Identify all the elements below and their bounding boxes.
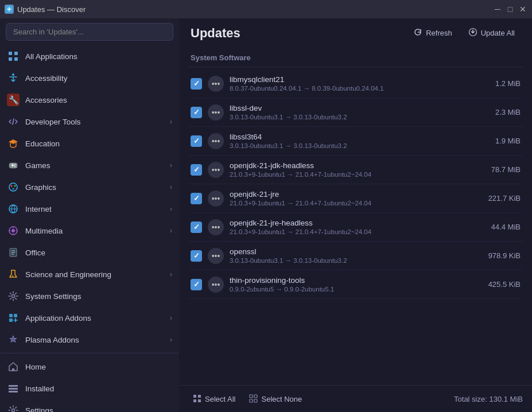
system-settings-icon	[7, 290, 20, 302]
update-all-label: Update All	[481, 29, 515, 37]
checkbox-libssl3t64[interactable]	[191, 135, 202, 147]
svg-point-12	[13, 188, 14, 190]
sidebar-item-application-addons[interactable]: Application Addons ›	[0, 307, 179, 329]
search-input[interactable]	[6, 23, 173, 41]
close-button[interactable]: ✕	[518, 5, 527, 14]
content-scroll[interactable]: System Software ••• libmysqlclient21 8.0…	[179, 48, 532, 385]
menu-btn-openjdk-jre-headless[interactable]: •••	[208, 219, 224, 235]
refresh-icon	[413, 28, 422, 38]
update-info-libssl3t64: libssl3t64 3.0.13-0ubuntu3.1 → 3.0.13-0u…	[230, 133, 469, 149]
titlebar-left: Updates — Discover	[5, 5, 86, 14]
update-version-libssl3t64: 3.0.13-0ubuntu3.1 → 3.0.13-0ubuntu3.2	[230, 142, 469, 149]
education-icon	[7, 137, 20, 150]
app-icon	[5, 5, 14, 14]
update-version-thin-provisioning: 0.9.0-2ubuntu5 → 0.9.0-2ubuntu5.1	[230, 286, 469, 293]
svg-rect-22	[12, 368, 14, 371]
sidebar-item-all-applications[interactable]: All Applications	[0, 45, 179, 67]
svg-rect-30	[193, 395, 196, 398]
footer-actions: Select All Select None	[188, 391, 306, 406]
svg-point-8	[14, 166, 15, 167]
sidebar-label-education: Education	[25, 139, 172, 148]
sidebar: All Applications Accessibility 🔧 Accesso…	[0, 18, 179, 412]
sidebar-item-accessories[interactable]: 🔧 Accessories	[0, 89, 179, 111]
checkbox-openjdk-jdk-headless[interactable]	[191, 164, 202, 176]
svg-rect-2	[14, 52, 18, 55]
refresh-button[interactable]: Refresh	[407, 24, 458, 42]
chevron-plasma-addons: ›	[170, 336, 172, 344]
titlebar-controls: ─ □ ✕	[493, 5, 527, 14]
sidebar-item-home[interactable]: Home	[0, 356, 179, 378]
sidebar-label-home: Home	[25, 363, 172, 371]
science-icon	[7, 268, 20, 281]
sidebar-label-science: Science and Engineering	[25, 270, 170, 279]
content-area: Updates Refresh	[179, 18, 532, 412]
menu-btn-openjdk-jre[interactable]: •••	[208, 191, 224, 207]
sidebar-item-internet[interactable]: Internet ›	[0, 198, 179, 220]
update-name-openjdk-jdk-headless: openjdk-21-jdk-headless	[230, 161, 469, 170]
sidebar-item-multimedia[interactable]: Multimedia ›	[0, 220, 179, 242]
update-info-libssl-dev: libssl-dev 3.0.13-0ubuntu3.1 → 3.0.13-0u…	[230, 104, 469, 121]
svg-rect-23	[9, 385, 18, 387]
content-footer: Select All Select None Total size: 130.1…	[179, 385, 532, 412]
grid-icon	[7, 50, 20, 63]
update-info-openjdk-jre: openjdk-21-jre 21.0.3+9-1ubuntu1 → 21.0.…	[230, 190, 469, 207]
menu-btn-libmysqlclient21[interactable]: •••	[208, 76, 224, 92]
update-info-openssl: openssl 3.0.13-0ubuntu3.1 → 3.0.13-0ubun…	[230, 247, 469, 264]
checkbox-openjdk-jre[interactable]	[191, 193, 202, 204]
sidebar-item-settings[interactable]: Settings	[0, 399, 179, 412]
sidebar-item-games[interactable]: Games ›	[0, 154, 179, 176]
sidebar-item-office[interactable]: Office	[0, 242, 179, 263]
sidebar-item-education[interactable]: Education	[0, 133, 179, 154]
update-name-openssl: openssl	[230, 247, 469, 256]
checkbox-libssl-dev[interactable]	[191, 107, 202, 118]
accessories-icon: 🔧	[7, 94, 20, 106]
select-all-button[interactable]: Select All	[188, 391, 240, 406]
sidebar-item-graphics[interactable]: Graphics ›	[0, 176, 179, 198]
section-header: System Software	[188, 48, 523, 67]
chevron-science: ›	[170, 270, 172, 278]
update-item-libssl-dev: ••• libssl-dev 3.0.13-0ubuntu3.1 → 3.0.1…	[188, 98, 523, 127]
sidebar-item-plasma-addons[interactable]: Plasma Addons ›	[0, 329, 179, 351]
checkbox-thin-provisioning[interactable]	[191, 279, 202, 290]
page-title: Updates	[191, 26, 240, 41]
games-icon	[7, 159, 20, 172]
installed-icon	[7, 382, 20, 395]
maximize-button[interactable]: □	[506, 5, 515, 14]
checkbox-openssl[interactable]	[191, 250, 202, 262]
refresh-label: Refresh	[426, 29, 452, 37]
sidebar-label-developer-tools: Developer Tools	[25, 118, 170, 126]
svg-rect-36	[250, 399, 253, 402]
update-info-openjdk-jdk-headless: openjdk-21-jdk-headless 21.0.3+9-1ubuntu…	[230, 161, 469, 178]
sidebar-item-accessibility[interactable]: Accessibility	[0, 67, 179, 89]
sidebar-item-installed[interactable]: Installed	[0, 378, 179, 399]
sidebar-item-science[interactable]: Science and Engineering ›	[0, 263, 179, 285]
multimedia-icon	[7, 224, 20, 237]
menu-btn-libssl3t64[interactable]: •••	[208, 133, 224, 149]
update-size-libssl-dev: 2.3 MiB	[475, 108, 521, 116]
graphics-icon	[7, 181, 20, 193]
checkbox-libmysqlclient21[interactable]	[191, 78, 202, 90]
update-item-openjdk-jdk-headless: ••• openjdk-21-jdk-headless 21.0.3+9-1ub…	[188, 156, 523, 184]
sidebar-item-system-settings[interactable]: System Settings	[0, 285, 179, 307]
select-all-icon	[193, 394, 202, 403]
update-name-libssl3t64: libssl3t64	[230, 133, 469, 141]
select-none-button[interactable]: Select None	[244, 391, 306, 406]
sidebar-label-games: Games	[25, 161, 170, 170]
svg-rect-1	[9, 52, 12, 55]
checkbox-openjdk-jre-headless[interactable]	[191, 221, 202, 233]
svg-rect-25	[9, 391, 18, 392]
update-size-openjdk-jre: 221.7 KiB	[475, 194, 521, 203]
update-size-openjdk-jre-headless: 44.4 MiB	[475, 223, 521, 231]
minimize-button[interactable]: ─	[493, 5, 502, 14]
sidebar-item-developer-tools[interactable]: Developer Tools ›	[0, 111, 179, 133]
menu-btn-thin-provisioning[interactable]: •••	[208, 277, 224, 293]
menu-btn-openjdk-jdk-headless[interactable]: •••	[208, 162, 224, 178]
chevron-multimedia: ›	[170, 227, 172, 235]
accessibility-icon	[7, 72, 20, 84]
menu-btn-libssl-dev[interactable]: •••	[208, 104, 224, 121]
sidebar-label-internet: Internet	[25, 205, 170, 213]
chevron-games: ›	[170, 161, 172, 169]
update-all-button[interactable]: Update All	[463, 24, 521, 42]
update-version-openjdk-jdk-headless: 21.0.3+9-1ubuntu1 → 21.0.4+7-1ubuntu2~24…	[230, 171, 469, 178]
menu-btn-openssl[interactable]: •••	[208, 248, 224, 264]
